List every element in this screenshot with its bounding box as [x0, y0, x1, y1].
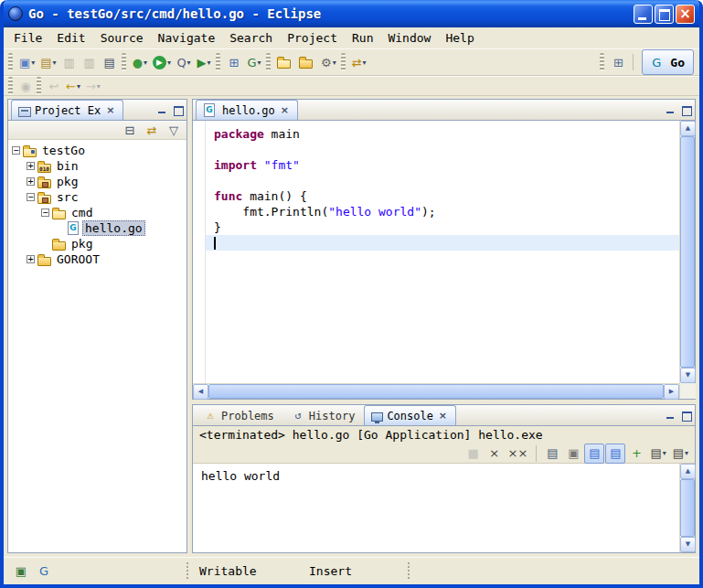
scrollbar-thumb[interactable] — [680, 136, 695, 368]
scroll-down-icon[interactable] — [680, 537, 696, 552]
expander-minus-icon[interactable]: − — [12, 146, 20, 155]
toolbar-grip[interactable] — [600, 53, 604, 71]
collapse-all-icon[interactable]: ⊟ — [120, 120, 140, 140]
new-wizard-icon[interactable]: ▣▾ — [16, 52, 37, 72]
pin-console-icon[interactable]: + — [626, 444, 646, 464]
show-console-stderr-icon[interactable]: ▤ — [605, 444, 625, 464]
project-explorer-toolbar: ⊟⇄▽ — [8, 121, 186, 140]
tree-node-cmd[interactable]: −cmd — [8, 205, 186, 220]
build-tools-icon[interactable]: ⚙▾ — [318, 52, 339, 72]
menu-project[interactable]: Project — [280, 29, 345, 47]
go-grid-icon[interactable]: ⊞ — [224, 52, 244, 72]
tab-project-explorer[interactable]: Project Ex — [11, 100, 123, 120]
title-bar[interactable]: Go - testGo/src/cmd/hello.go - Eclipse — [4, 0, 699, 27]
show-console-stdout-icon[interactable]: ▤ — [584, 444, 604, 464]
minimize-view-icon[interactable] — [154, 103, 170, 117]
scroll-up-icon[interactable] — [680, 121, 696, 136]
go-editor-shortcut-icon[interactable]: G — [34, 561, 54, 582]
close-icon[interactable] — [279, 104, 291, 116]
clear-console-icon[interactable]: ▤ — [542, 444, 562, 464]
toolbar-grip[interactable] — [37, 77, 41, 95]
tree-node-goroot[interactable]: +GOROOT — [8, 251, 186, 267]
console-output[interactable]: hello world — [193, 464, 679, 552]
statusbar-grip[interactable] — [406, 562, 411, 580]
vertical-scrollbar[interactable] — [679, 121, 695, 399]
link-with-editor-icon[interactable]: ⇄ — [142, 120, 162, 140]
toolbar-grip[interactable] — [8, 77, 13, 95]
tab-console[interactable]: Console — [364, 405, 456, 425]
menu-search[interactable]: Search — [222, 29, 280, 47]
expander-plus-icon[interactable]: + — [27, 177, 35, 186]
scrollbar-thumb[interactable] — [680, 479, 695, 537]
maximize-button[interactable] — [655, 5, 674, 24]
toolbar-grip[interactable] — [8, 53, 13, 71]
run-icon[interactable]: ▶▾ — [150, 52, 174, 72]
tree-node-pkg[interactable]: +pkg — [8, 174, 186, 189]
tab-label: Problems — [221, 410, 274, 422]
open-perspective-icon[interactable]: ⊞ — [608, 52, 628, 72]
remove-all-launches-icon[interactable]: ×× — [506, 444, 531, 464]
tree-node-bin[interactable]: +bin — [8, 158, 186, 174]
view-menu-icon[interactable]: ▽ — [164, 120, 184, 140]
menu-file[interactable]: File — [6, 29, 49, 47]
scrollbar-thumb[interactable] — [208, 384, 664, 399]
profile-icon[interactable]: Q▾ — [174, 52, 194, 72]
vertical-scrollbar[interactable] — [679, 464, 695, 552]
maximize-view-icon[interactable] — [678, 409, 694, 422]
open-console-icon[interactable]: ▤▾ — [670, 444, 691, 464]
external-tools-icon[interactable]: ▶▾ — [194, 52, 214, 72]
expander-minus-icon[interactable]: − — [27, 193, 35, 201]
remove-launch-icon[interactable]: × — [485, 444, 505, 464]
code-line: func main() { — [214, 188, 679, 204]
toolbar-grip[interactable] — [341, 53, 346, 71]
expander-plus-icon[interactable]: + — [27, 162, 35, 170]
pin-editor-icon: ◉ — [16, 78, 35, 94]
minimize-view-icon[interactable] — [663, 409, 678, 422]
menu-help[interactable]: Help — [438, 29, 481, 47]
menu-window[interactable]: Window — [380, 29, 438, 47]
tree-node-src[interactable]: −src — [8, 189, 186, 205]
menu-navigate[interactable]: Navigate — [151, 29, 223, 47]
tab-hello-go[interactable]: hello.go — [196, 100, 298, 120]
tree-node-hello-go[interactable]: hello.go — [8, 220, 186, 236]
menu-edit[interactable]: Edit — [49, 29, 92, 47]
open-resource-icon[interactable] — [274, 52, 296, 72]
open-folder-icon[interactable] — [296, 52, 318, 72]
tree-node-testgo[interactable]: −testGo — [8, 143, 186, 158]
scroll-right-icon[interactable] — [664, 384, 679, 400]
toolbar-grip[interactable] — [122, 53, 126, 71]
expander-plus-icon[interactable]: + — [27, 255, 35, 263]
scroll-left-icon[interactable] — [193, 384, 208, 400]
back-icon[interactable]: ←▾ — [63, 78, 83, 94]
close-button[interactable] — [676, 5, 695, 24]
scroll-down-icon[interactable] — [680, 368, 696, 383]
scroll-up-icon[interactable] — [680, 464, 696, 479]
maximize-view-icon[interactable] — [170, 103, 186, 117]
debug-icon[interactable]: ●▾ — [130, 52, 150, 72]
tab-history[interactable]: History — [283, 405, 363, 425]
expander-minus-icon[interactable]: − — [41, 208, 49, 217]
tab-problems[interactable]: Problems — [196, 405, 282, 425]
minimize-button[interactable] — [634, 5, 653, 24]
display-selected-console-icon[interactable]: ▤▾ — [647, 444, 668, 464]
go-perspective-icon[interactable]: G — [646, 52, 666, 72]
horizontal-scrollbar[interactable] — [193, 383, 679, 399]
team-sync-icon[interactable]: ⇄▾ — [349, 52, 369, 72]
maximize-view-icon[interactable] — [678, 103, 694, 117]
go-generate-icon[interactable]: G▾ — [244, 52, 264, 72]
minimize-view-icon[interactable] — [663, 103, 678, 117]
statusbar-grip[interactable] — [185, 562, 190, 580]
close-icon[interactable] — [437, 410, 449, 422]
print-icon[interactable]: ▤ — [100, 52, 120, 72]
go-perspective-button[interactable]: GGo — [642, 49, 694, 75]
tree-node-pkg[interactable]: pkg — [8, 236, 186, 251]
toolbar-grip[interactable] — [216, 53, 220, 71]
menu-run[interactable]: Run — [345, 29, 380, 47]
close-icon[interactable] — [104, 104, 116, 116]
new-go-element-icon[interactable]: ▤▾ — [37, 52, 59, 72]
code-area[interactable]: package mainimport "fmt"func main() { fm… — [206, 121, 679, 383]
fast-view-icon[interactable]: ▣ — [11, 561, 31, 582]
scroll-lock-icon[interactable]: ▣ — [563, 444, 583, 464]
toolbar-grip[interactable] — [266, 53, 271, 71]
menu-source[interactable]: Source — [93, 29, 151, 47]
